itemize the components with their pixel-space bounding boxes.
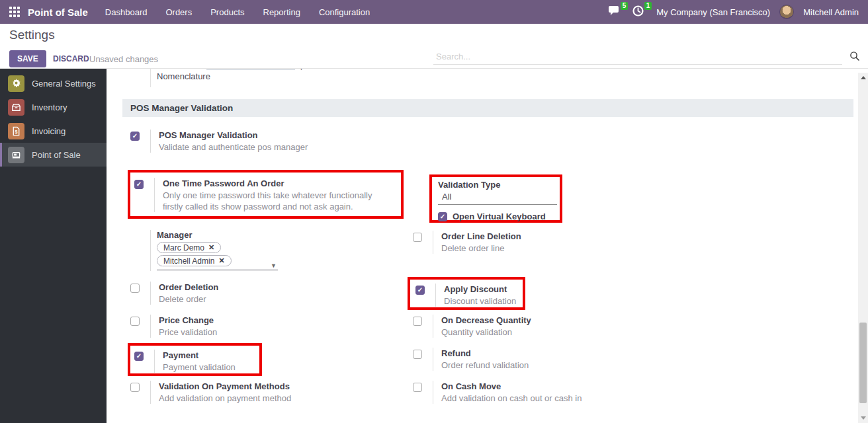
setting-description: Add validation on cash out or cash in	[441, 393, 582, 404]
messages-icon[interactable]: 5	[609, 5, 623, 19]
divider	[150, 315, 151, 338]
setting-on-decrease-quantity: On Decrease Quantity Quantity validation	[413, 315, 625, 338]
setting-label[interactable]: Payment	[163, 350, 236, 361]
divider	[154, 350, 155, 373]
gear-icon	[8, 75, 24, 92]
messages-badge: 5	[621, 2, 629, 10]
menu-orders[interactable]: Orders	[165, 7, 192, 17]
tag-label: Mitchell Admin	[163, 256, 214, 266]
divider	[150, 282, 151, 305]
setting-label[interactable]: Validation On Payment Methods	[159, 381, 291, 392]
setting-label[interactable]: Order Line Deletion	[441, 231, 521, 242]
sidebar-item-inventory[interactable]: Inventory	[0, 95, 107, 119]
sidebar-item-general-settings[interactable]: General Settings	[0, 71, 107, 95]
setting-apply-discount: Apply Discount Discount validation	[415, 284, 521, 307]
setting-label[interactable]: On Decrease Quantity	[441, 315, 531, 326]
setting-label[interactable]: Refund	[441, 348, 529, 359]
user-avatar[interactable]	[779, 5, 794, 19]
setting-label[interactable]: On Cash Move	[441, 381, 582, 392]
vertical-scrollbar[interactable]	[858, 73, 868, 423]
settings-sidebar: General Settings Inventory $ Invoicing P…	[0, 69, 107, 423]
settings-content: Nomenclature ▼ POS Manager Validation PO…	[107, 69, 868, 423]
manager-tag[interactable]: Mitchell Admin ✕	[157, 255, 232, 266]
setting-description: Only one time password this take whateve…	[163, 190, 391, 212]
setting-description: Quantity validation	[441, 327, 531, 338]
divider	[150, 230, 151, 271]
discard-button[interactable]: DISCARD	[48, 50, 95, 67]
setting-refund: Refund Order refund validation	[413, 348, 625, 371]
setting-label[interactable]: One Time Password An Order	[163, 178, 391, 189]
setting-label[interactable]: Order Deletion	[159, 282, 218, 293]
setting-price-change: Price Change Price validation	[130, 315, 342, 338]
setting-label[interactable]: Price Change	[159, 315, 217, 326]
setting-one-time-password: One Time Password An Order Only one time…	[134, 178, 392, 212]
apply-discount-checkbox[interactable]	[415, 286, 425, 295]
user-name[interactable]: Mitchell Admin	[803, 7, 859, 17]
nomenclature-select[interactable]	[206, 69, 295, 70]
search-box	[433, 50, 842, 65]
chevron-down-icon: ▼	[298, 69, 304, 71]
divider	[435, 284, 436, 307]
sidebar-item-point-of-sale[interactable]: Point of Sale	[0, 143, 107, 167]
setting-label[interactable]: POS Manager Validation	[159, 130, 308, 141]
divider	[433, 231, 433, 254]
scrollbar-down-arrow-icon[interactable]	[858, 413, 868, 423]
divider	[150, 381, 151, 404]
section-header: POS Manager Validation	[122, 99, 853, 117]
validation-on-payment-methods-checkbox[interactable]	[130, 383, 140, 392]
menu-products[interactable]: Products	[210, 7, 244, 17]
menu-configuration[interactable]: Configuration	[319, 7, 370, 17]
topbar-right: 5 1 My Company (San Francisco) Mitchell …	[609, 5, 868, 19]
manager-input[interactable]: ▼	[157, 266, 278, 270]
apps-menu-icon[interactable]	[9, 7, 20, 17]
remove-tag-icon[interactable]: ✕	[208, 243, 214, 252]
highlight-box-validation-type: Validation Type All Open Virtual Keyboar…	[429, 174, 562, 223]
sidebar-item-label: Invoicing	[32, 126, 65, 136]
refund-checkbox[interactable]	[413, 350, 422, 359]
highlight-box-apply-discount: Apply Discount Discount validation	[408, 277, 525, 310]
menu-reporting[interactable]: Reporting	[263, 7, 300, 17]
pos-manager-validation-checkbox[interactable]	[130, 132, 140, 141]
manager-tag[interactable]: Marc Demo ✕	[157, 242, 221, 253]
search-input[interactable]	[433, 50, 842, 65]
setting-order-line-deletion: Order Line Deletion Delete order line	[413, 231, 625, 254]
sidebar-item-label: General Settings	[32, 79, 96, 89]
on-decrease-quantity-checkbox[interactable]	[413, 317, 422, 326]
on-cash-move-checkbox[interactable]	[413, 383, 422, 392]
validation-type-select[interactable]: All	[438, 190, 557, 205]
activities-badge: 1	[644, 2, 652, 10]
scrollbar-thumb[interactable]	[859, 323, 867, 403]
app-name[interactable]: Point of Sale	[28, 7, 88, 18]
open-virtual-keyboard-label[interactable]: Open Virtual Keyboard	[453, 211, 546, 222]
svg-text:$: $	[15, 129, 18, 134]
top-menu: Dashboard Orders Products Reporting Conf…	[105, 7, 370, 17]
remove-tag-icon[interactable]: ✕	[218, 256, 224, 265]
control-panel: Settings SAVE DISCARD Unsaved changes	[0, 24, 868, 69]
sidebar-item-label: Point of Sale	[32, 150, 81, 160]
price-change-checkbox[interactable]	[130, 317, 140, 326]
setting-label[interactable]: Apply Discount	[444, 284, 516, 295]
setting-description: Order refund validation	[441, 360, 529, 371]
open-virtual-keyboard-checkbox[interactable]	[438, 212, 447, 221]
setting-on-cash-move: On Cash Move Add validation on cash out …	[413, 381, 651, 404]
order-line-deletion-checkbox[interactable]	[413, 233, 422, 242]
sidebar-item-invoicing[interactable]: $ Invoicing	[0, 119, 107, 143]
payment-checkbox[interactable]	[134, 352, 144, 361]
menu-dashboard[interactable]: Dashboard	[105, 7, 148, 17]
order-deletion-checkbox[interactable]	[130, 284, 140, 293]
setting-pos-manager-validation: POS Manager Validation Validate and auth…	[130, 130, 408, 153]
setting-order-deletion: Order Deletion Delete order	[130, 282, 342, 305]
company-switcher[interactable]: My Company (San Francisco)	[656, 7, 770, 17]
top-navbar: Point of Sale Dashboard Orders Products …	[0, 0, 868, 24]
activities-icon[interactable]: 1	[632, 5, 647, 19]
divider	[433, 348, 433, 371]
setting-description: Delete order line	[441, 243, 521, 254]
setting-description: Delete order	[159, 293, 218, 305]
search-icon[interactable]	[849, 51, 860, 61]
one-time-password-checkbox[interactable]	[134, 180, 144, 189]
setting-manager: Manager Marc Demo ✕ Mitchell Admin ✕ ▼	[157, 230, 278, 270]
scrollbar-up-arrow-icon[interactable]	[858, 73, 868, 83]
save-button[interactable]: SAVE	[9, 50, 46, 67]
chat-bubble-icon	[609, 5, 621, 16]
divider	[433, 381, 433, 404]
